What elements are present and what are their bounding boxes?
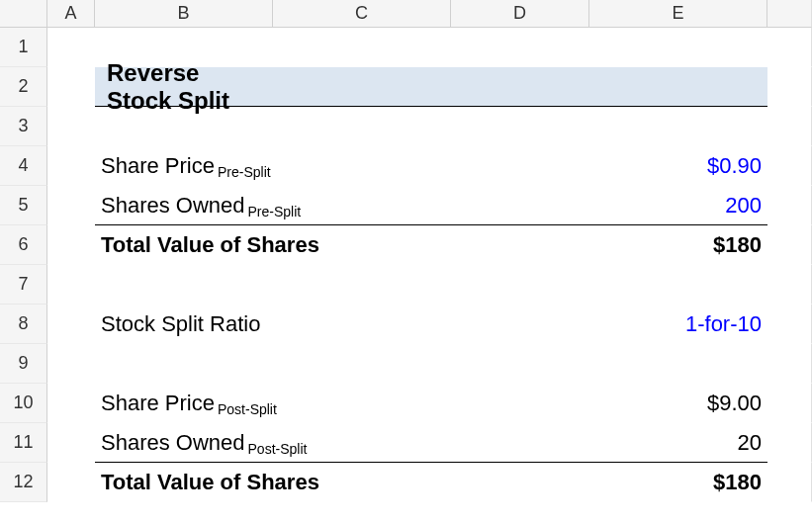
cell-E9[interactable]: [589, 344, 767, 384]
cell-D4[interactable]: [451, 146, 589, 186]
cell-partial-11: [767, 423, 812, 463]
cell-partial-2: [767, 67, 812, 107]
label-split-ratio[interactable]: Stock Split Ratio: [95, 305, 451, 344]
cell-C9[interactable]: [273, 344, 451, 384]
cell-A1[interactable]: [47, 28, 95, 67]
col-header-A[interactable]: A: [47, 0, 95, 28]
col-header-partial: [767, 0, 812, 28]
subscript-pre: Pre-Split: [218, 164, 271, 180]
cell-E3[interactable]: [589, 107, 767, 146]
label-text: Shares Owned: [101, 193, 245, 218]
row-header-4[interactable]: 4: [0, 146, 47, 186]
cell-partial-5: [767, 186, 812, 225]
cell-D2[interactable]: [451, 67, 589, 107]
cell-partial-6: [767, 225, 812, 265]
row-header-6[interactable]: 6: [0, 225, 47, 265]
cell-partial-8: [767, 305, 812, 344]
cell-partial-10: [767, 384, 812, 423]
col-header-C[interactable]: C: [273, 0, 451, 28]
cell-B3[interactable]: [95, 107, 273, 146]
row-header-2[interactable]: 2: [0, 67, 47, 107]
subscript-pre: Pre-Split: [248, 204, 302, 219]
cell-D12[interactable]: [451, 463, 589, 502]
col-header-E[interactable]: E: [589, 0, 767, 28]
value-shares-pre[interactable]: 200: [589, 186, 767, 225]
cell-B7[interactable]: [95, 265, 273, 305]
cell-E7[interactable]: [589, 265, 767, 305]
cell-A9[interactable]: [47, 344, 95, 384]
cell-D5[interactable]: [451, 186, 589, 225]
row-header-8[interactable]: 8: [0, 305, 47, 344]
spreadsheet-grid[interactable]: A B C D E 1 2 Reverse Stock Split 3 4 Sh…: [0, 0, 812, 502]
value-total-post[interactable]: $180: [589, 463, 767, 502]
row-header-3[interactable]: 3: [0, 107, 47, 146]
row-header-12[interactable]: 12: [0, 463, 47, 502]
value-shares-post[interactable]: 20: [589, 423, 767, 463]
title-cell[interactable]: Reverse Stock Split: [95, 67, 273, 107]
label-total-pre[interactable]: Total Value of Shares: [95, 225, 451, 265]
cell-partial-9: [767, 344, 812, 384]
cell-partial-4: [767, 146, 812, 186]
cell-D11[interactable]: [451, 423, 589, 463]
label-share-price-post[interactable]: Share Price Post-Split: [95, 384, 451, 423]
cell-partial-1: [767, 28, 812, 67]
cell-D9[interactable]: [451, 344, 589, 384]
cell-C7[interactable]: [273, 265, 451, 305]
cell-D7[interactable]: [451, 265, 589, 305]
label-text: Share Price: [101, 391, 215, 416]
row-header-11[interactable]: 11: [0, 423, 47, 463]
cell-partial-3: [767, 107, 812, 146]
cell-D1[interactable]: [451, 28, 589, 67]
cell-A6[interactable]: [47, 225, 95, 265]
cell-A3[interactable]: [47, 107, 95, 146]
cell-E1[interactable]: [589, 28, 767, 67]
row-header-7[interactable]: 7: [0, 265, 47, 305]
label-text: Share Price: [101, 153, 215, 179]
row-header-1[interactable]: 1: [0, 28, 47, 67]
cell-A5[interactable]: [47, 186, 95, 225]
cell-A2[interactable]: [47, 67, 95, 107]
col-header-D[interactable]: D: [451, 0, 589, 28]
cell-A7[interactable]: [47, 265, 95, 305]
value-price-pre[interactable]: $0.90: [589, 146, 767, 186]
cell-A8[interactable]: [47, 305, 95, 344]
cell-A4[interactable]: [47, 146, 95, 186]
row-header-10[interactable]: 10: [0, 384, 47, 423]
label-share-price-pre[interactable]: Share Price Pre-Split: [95, 146, 451, 186]
cell-D6[interactable]: [451, 225, 589, 265]
cell-C2[interactable]: [273, 67, 451, 107]
cell-C1[interactable]: [273, 28, 451, 67]
value-price-post[interactable]: $9.00: [589, 384, 767, 423]
cell-partial-7: [767, 265, 812, 305]
cell-A12[interactable]: [47, 463, 95, 502]
cell-D3[interactable]: [451, 107, 589, 146]
label-text: Shares Owned: [101, 430, 245, 456]
cell-D10[interactable]: [451, 384, 589, 423]
cell-A10[interactable]: [47, 384, 95, 423]
label-total-post[interactable]: Total Value of Shares: [95, 463, 451, 502]
cell-E2[interactable]: [589, 67, 767, 107]
cell-B9[interactable]: [95, 344, 273, 384]
value-ratio[interactable]: 1-for-10: [589, 305, 767, 344]
subscript-post: Post-Split: [248, 441, 308, 457]
label-shares-owned-post[interactable]: Shares Owned Post-Split: [95, 423, 451, 463]
subscript-post: Post-Split: [218, 401, 277, 417]
cell-A11[interactable]: [47, 423, 95, 463]
row-header-9[interactable]: 9: [0, 344, 47, 384]
value-total-pre[interactable]: $180: [589, 225, 767, 265]
col-header-B[interactable]: B: [95, 0, 273, 28]
cell-D8[interactable]: [451, 305, 589, 344]
corner-cell[interactable]: [0, 0, 47, 28]
row-header-5[interactable]: 5: [0, 186, 47, 225]
label-shares-owned-pre[interactable]: Shares Owned Pre-Split: [95, 186, 451, 225]
cell-C3[interactable]: [273, 107, 451, 146]
cell-partial-12: [767, 463, 812, 502]
